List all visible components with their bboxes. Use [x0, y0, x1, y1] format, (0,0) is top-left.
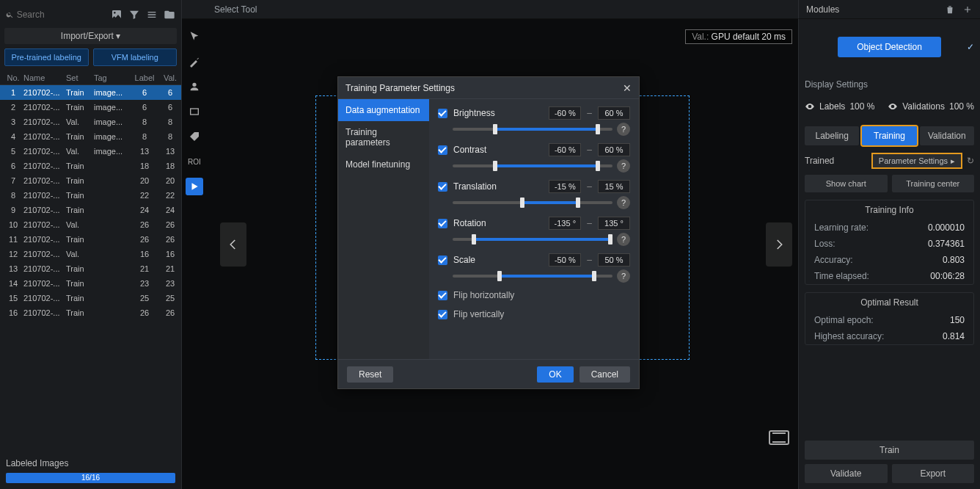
- table-row[interactable]: 2210702-...Trainimage...66: [0, 100, 181, 115]
- tab-validation[interactable]: Validation: [920, 126, 974, 145]
- validate-button[interactable]: Validate: [805, 464, 888, 483]
- export-button[interactable]: Export: [892, 464, 975, 483]
- keyboard-icon[interactable]: [769, 430, 789, 445]
- table-row[interactable]: 13210702-...Train2121: [0, 261, 181, 276]
- table-row[interactable]: 11210702-...Train2626: [0, 232, 181, 247]
- table-row[interactable]: 7210702-...Train2020: [0, 173, 181, 188]
- rect-tool-icon[interactable]: [186, 103, 203, 120]
- epoch-key: Optimal epoch:: [814, 315, 874, 325]
- table-row[interactable]: 6210702-...Train1818: [0, 159, 181, 173]
- eye-icon[interactable]: [805, 101, 815, 112]
- help-icon[interactable]: ?: [617, 123, 630, 136]
- aug-lo-value[interactable]: -50 %: [549, 253, 581, 267]
- right-panel: Object Detection ✓ Display Settings Labe…: [798, 19, 980, 489]
- modal-tab-parameters[interactable]: Training parameters: [338, 121, 429, 153]
- play-tool-icon[interactable]: [186, 178, 203, 195]
- col-name[interactable]: Name: [23, 73, 66, 82]
- tag-tool-icon[interactable]: [186, 128, 203, 145]
- range-slider[interactable]: [453, 275, 612, 278]
- ok-button[interactable]: OK: [537, 366, 573, 383]
- training-center-button[interactable]: Training center: [892, 175, 975, 192]
- progress-text: 16/16: [6, 473, 175, 483]
- labeled-images-label: Labeled Images: [6, 458, 175, 468]
- eye-icon[interactable]: [888, 101, 898, 112]
- col-tag[interactable]: Tag: [94, 73, 131, 82]
- user-tool-icon[interactable]: [186, 78, 203, 95]
- aug-hi-value[interactable]: 50 %: [598, 253, 630, 267]
- table-row[interactable]: 15210702-...Train2525: [0, 291, 181, 305]
- aug-lo-value[interactable]: -15 %: [549, 180, 581, 193]
- aug-hi-value[interactable]: 15 %: [598, 180, 630, 193]
- checkbox[interactable]: [438, 310, 447, 319]
- prev-image-button[interactable]: [220, 222, 246, 267]
- loss-key: Loss:: [814, 239, 835, 249]
- train-button[interactable]: Train: [805, 441, 974, 460]
- pointer-tool-icon[interactable]: [186, 28, 203, 46]
- next-image-button[interactable]: [766, 222, 792, 267]
- checkbox[interactable]: [438, 145, 447, 155]
- table-row[interactable]: 4210702-...Trainimage...88: [0, 129, 181, 144]
- checkbox[interactable]: [438, 182, 447, 192]
- table-row[interactable]: 8210702-...Train2222: [0, 188, 181, 203]
- help-icon[interactable]: ?: [617, 233, 630, 246]
- range-slider[interactable]: [453, 164, 612, 167]
- flip-label: Flip horizontally: [453, 290, 514, 300]
- show-chart-button[interactable]: Show chart: [805, 175, 888, 192]
- reset-button[interactable]: Reset: [347, 366, 393, 383]
- table-row[interactable]: 16210702-...Train2626: [0, 305, 181, 320]
- aug-lo-value[interactable]: -135 °: [549, 217, 581, 230]
- modal-tab-finetuning[interactable]: Model finetuning: [338, 153, 429, 175]
- roi-tool[interactable]: ROI: [186, 153, 203, 170]
- range-slider[interactable]: [453, 128, 612, 131]
- help-icon[interactable]: ?: [617, 196, 630, 209]
- col-label[interactable]: Label: [131, 73, 158, 82]
- trash-icon[interactable]: [945, 4, 955, 15]
- wand-tool-icon[interactable]: [186, 53, 203, 70]
- aug-hi-value[interactable]: 60 %: [598, 143, 630, 156]
- close-icon[interactable]: ✕: [623, 82, 632, 94]
- range-slider[interactable]: [453, 201, 612, 204]
- display-settings-title: Display Settings: [805, 79, 974, 90]
- search-input[interactable]: [17, 10, 105, 20]
- pretrained-labeling-button[interactable]: Pre-trained labeling: [4, 48, 89, 66]
- refresh-icon[interactable]: ↻: [967, 156, 974, 166]
- tab-labeling[interactable]: Labeling: [805, 126, 859, 145]
- image-table-body: 1210702-...Trainimage...662210702-...Tra…: [0, 85, 181, 320]
- aug-lo-value[interactable]: -60 %: [549, 143, 581, 156]
- col-val[interactable]: Val.: [158, 73, 182, 82]
- tool-palette: ROI: [182, 23, 207, 489]
- cancel-button[interactable]: Cancel: [579, 366, 630, 383]
- table-row[interactable]: 14210702-...Train2323: [0, 276, 181, 291]
- table-row[interactable]: 12210702-...Val.1616: [0, 247, 181, 261]
- acc-key: Accuracy:: [814, 255, 853, 265]
- parameter-settings-button[interactable]: Parameter Settings▸: [871, 153, 962, 169]
- checkbox[interactable]: [438, 219, 447, 228]
- validations-text: Validations: [902, 101, 945, 112]
- table-row[interactable]: 5210702-...Val.image...1313: [0, 144, 181, 159]
- module-object-detection[interactable]: Object Detection: [838, 37, 941, 57]
- table-header[interactable]: No. Name Set Tag Label Val.: [0, 70, 181, 85]
- aug-hi-value[interactable]: 135 °: [598, 217, 630, 230]
- import-export-button[interactable]: Import/Export ▾: [4, 28, 177, 44]
- tab-training[interactable]: Training: [862, 126, 916, 145]
- checkbox[interactable]: [438, 109, 447, 118]
- aug-hi-value[interactable]: 60 %: [598, 106, 630, 120]
- col-set[interactable]: Set: [66, 73, 94, 82]
- hacc-val: 0.814: [943, 331, 965, 341]
- module-check-icon: ✓: [967, 42, 974, 52]
- checkbox[interactable]: [438, 256, 447, 265]
- table-row[interactable]: 1210702-...Trainimage...66: [0, 85, 181, 100]
- plus-icon[interactable]: [962, 4, 973, 15]
- range-slider[interactable]: [453, 238, 612, 241]
- table-row[interactable]: 10210702-...Val.2626: [0, 217, 181, 232]
- checkbox[interactable]: [438, 291, 447, 300]
- col-no[interactable]: No.: [3, 73, 23, 82]
- modal-tab-augmentation[interactable]: Data augmentation: [338, 99, 429, 121]
- aug-lo-value[interactable]: -60 %: [549, 106, 581, 120]
- table-row[interactable]: 3210702-...Val.image...88: [0, 115, 181, 129]
- help-icon[interactable]: ?: [617, 159, 630, 173]
- help-icon[interactable]: ?: [617, 269, 630, 283]
- vfm-labeling-button[interactable]: VFM labeling: [93, 48, 178, 66]
- search-icon: [6, 10, 14, 19]
- table-row[interactable]: 9210702-...Train2424: [0, 203, 181, 217]
